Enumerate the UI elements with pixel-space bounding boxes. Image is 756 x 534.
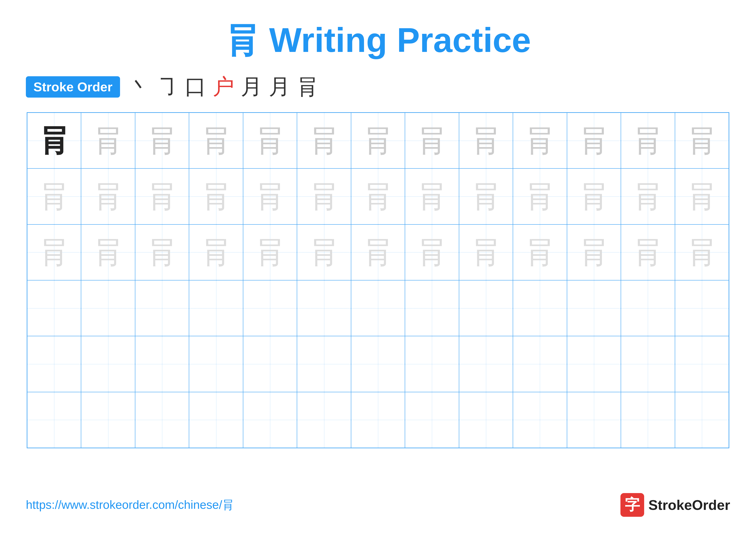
grid-cell-r6c11[interactable] bbox=[567, 392, 621, 448]
grid-cell-r4c5[interactable] bbox=[243, 280, 297, 336]
grid-cell-r1c3[interactable]: 肙 bbox=[135, 113, 189, 168]
grid-cell-r6c7[interactable] bbox=[351, 392, 405, 448]
grid-cell-r3c6[interactable]: 肙 bbox=[297, 224, 351, 280]
char-r1c3: 肙 bbox=[147, 120, 177, 161]
grid-cell-r2c7[interactable]: 肙 bbox=[351, 168, 405, 224]
grid-cell-r5c5[interactable] bbox=[243, 336, 297, 392]
grid-cell-r3c2[interactable]: 肙 bbox=[81, 224, 135, 280]
grid-cell-r2c9[interactable]: 肙 bbox=[459, 168, 513, 224]
grid-cell-r6c6[interactable] bbox=[297, 392, 351, 448]
grid-cell-r1c5[interactable]: 肙 bbox=[243, 113, 297, 168]
grid-cell-r1c7[interactable]: 肙 bbox=[351, 113, 405, 168]
grid-cell-r3c7[interactable]: 肙 bbox=[351, 224, 405, 280]
grid-cell-r6c8[interactable] bbox=[405, 392, 459, 448]
grid-cell-r5c6[interactable] bbox=[297, 336, 351, 392]
grid-cell-r2c6[interactable]: 肙 bbox=[297, 168, 351, 224]
grid-cell-r1c13[interactable]: 肙 bbox=[675, 113, 729, 168]
grid-cell-r4c10[interactable] bbox=[513, 280, 567, 336]
grid-cell-r4c13[interactable] bbox=[675, 280, 729, 336]
grid-cell-r5c12[interactable] bbox=[621, 336, 675, 392]
grid-cell-r6c2[interactable] bbox=[81, 392, 135, 448]
grid-cell-r1c8[interactable]: 肙 bbox=[405, 113, 459, 168]
grid-cell-r5c13[interactable] bbox=[675, 336, 729, 392]
grid-cell-r4c7[interactable] bbox=[351, 280, 405, 336]
grid-cell-r2c2[interactable]: 肙 bbox=[81, 168, 135, 224]
grid-cell-r3c4[interactable]: 肙 bbox=[189, 224, 243, 280]
grid-cell-r1c10[interactable]: 肙 bbox=[513, 113, 567, 168]
char-r2c12: 肙 bbox=[633, 176, 663, 217]
grid-cell-r1c11[interactable]: 肙 bbox=[567, 113, 621, 168]
grid-cell-r2c4[interactable]: 肙 bbox=[189, 168, 243, 224]
stroke-sequence: 丶 ㇆ 口 户 月 月 肙 bbox=[129, 72, 318, 101]
grid-cell-r2c10[interactable]: 肙 bbox=[513, 168, 567, 224]
grid-cell-r6c1[interactable] bbox=[27, 392, 81, 448]
practice-grid: 肙 肙 肙 肙 肙 肙 肙 肙 肙 肙 肙 肙 肙 肙 肙 肙 肙 肙 肙 肙 … bbox=[27, 112, 729, 448]
grid-cell-r1c6[interactable]: 肙 bbox=[297, 113, 351, 168]
char-r2c9: 肙 bbox=[471, 176, 501, 217]
grid-cell-r3c5[interactable]: 肙 bbox=[243, 224, 297, 280]
grid-cell-r6c5[interactable] bbox=[243, 392, 297, 448]
grid-cell-r5c9[interactable] bbox=[459, 336, 513, 392]
footer-logo: 字 StrokeOrder bbox=[620, 493, 730, 517]
grid-cell-r3c3[interactable]: 肙 bbox=[135, 224, 189, 280]
grid-cell-r6c12[interactable] bbox=[621, 392, 675, 448]
grid-cell-r3c1[interactable]: 肙 bbox=[27, 224, 81, 280]
char-r3c6: 肙 bbox=[309, 232, 339, 273]
grid-cell-r6c10[interactable] bbox=[513, 392, 567, 448]
grid-cell-r1c1[interactable]: 肙 bbox=[27, 113, 81, 168]
grid-cell-r2c11[interactable]: 肙 bbox=[567, 168, 621, 224]
grid-cell-r6c3[interactable] bbox=[135, 392, 189, 448]
grid-cell-r2c8[interactable]: 肙 bbox=[405, 168, 459, 224]
grid-cell-r5c4[interactable] bbox=[189, 336, 243, 392]
char-r2c1: 肙 bbox=[39, 176, 69, 217]
grid-cell-r2c3[interactable]: 肙 bbox=[135, 168, 189, 224]
stroke-order-row: Stroke Order 丶 ㇆ 口 户 月 月 肙 bbox=[26, 72, 730, 101]
grid-cell-r2c13[interactable]: 肙 bbox=[675, 168, 729, 224]
grid-cell-r4c11[interactable] bbox=[567, 280, 621, 336]
page-title: 肙 Writing Practice bbox=[225, 17, 531, 64]
grid-cell-r3c10[interactable]: 肙 bbox=[513, 224, 567, 280]
grid-cell-r1c4[interactable]: 肙 bbox=[189, 113, 243, 168]
grid-cell-r4c2[interactable] bbox=[81, 280, 135, 336]
title-text: Writing Practice bbox=[269, 21, 531, 59]
grid-cell-r4c8[interactable] bbox=[405, 280, 459, 336]
stroke-7: 肙 bbox=[297, 72, 318, 101]
grid-cell-r5c7[interactable] bbox=[351, 336, 405, 392]
footer: https://www.strokeorder.com/chinese/肙 字 … bbox=[26, 493, 730, 517]
grid-cell-r3c13[interactable]: 肙 bbox=[675, 224, 729, 280]
grid-cell-r4c9[interactable] bbox=[459, 280, 513, 336]
grid-cell-r5c2[interactable] bbox=[81, 336, 135, 392]
grid-cell-r3c9[interactable]: 肙 bbox=[459, 224, 513, 280]
grid-cell-r5c3[interactable] bbox=[135, 336, 189, 392]
grid-cell-r1c12[interactable]: 肙 bbox=[621, 113, 675, 168]
grid-cell-r4c12[interactable] bbox=[621, 280, 675, 336]
grid-cell-r3c11[interactable]: 肙 bbox=[567, 224, 621, 280]
grid-cell-r5c10[interactable] bbox=[513, 336, 567, 392]
char-r1c2: 肙 bbox=[93, 120, 123, 161]
grid-cell-r2c12[interactable]: 肙 bbox=[621, 168, 675, 224]
grid-cell-r2c5[interactable]: 肙 bbox=[243, 168, 297, 224]
grid-cell-r4c1[interactable] bbox=[27, 280, 81, 336]
char-r3c1: 肙 bbox=[39, 232, 69, 273]
grid-cell-r4c3[interactable] bbox=[135, 280, 189, 336]
grid-cell-r6c13[interactable] bbox=[675, 392, 729, 448]
char-r3c10: 肙 bbox=[525, 232, 555, 273]
grid-cell-r3c8[interactable]: 肙 bbox=[405, 224, 459, 280]
char-r3c9: 肙 bbox=[471, 232, 501, 273]
page: 肙 Writing Practice Stroke Order 丶 ㇆ 口 户 … bbox=[0, 0, 756, 534]
char-r3c4: 肙 bbox=[201, 232, 231, 273]
grid-cell-r5c8[interactable] bbox=[405, 336, 459, 392]
char-r3c12: 肙 bbox=[633, 232, 663, 273]
grid-cell-r6c9[interactable] bbox=[459, 392, 513, 448]
grid-cell-r5c11[interactable] bbox=[567, 336, 621, 392]
grid-cell-r3c12[interactable]: 肙 bbox=[621, 224, 675, 280]
grid-cell-r4c4[interactable] bbox=[189, 280, 243, 336]
grid-cell-r4c6[interactable] bbox=[297, 280, 351, 336]
grid-cell-r2c1[interactable]: 肙 bbox=[27, 168, 81, 224]
grid-cell-r1c2[interactable]: 肙 bbox=[81, 113, 135, 168]
char-r3c2: 肙 bbox=[93, 232, 123, 273]
footer-url[interactable]: https://www.strokeorder.com/chinese/肙 bbox=[26, 497, 234, 513]
grid-cell-r1c9[interactable]: 肙 bbox=[459, 113, 513, 168]
grid-cell-r5c1[interactable] bbox=[27, 336, 81, 392]
grid-cell-r6c4[interactable] bbox=[189, 392, 243, 448]
